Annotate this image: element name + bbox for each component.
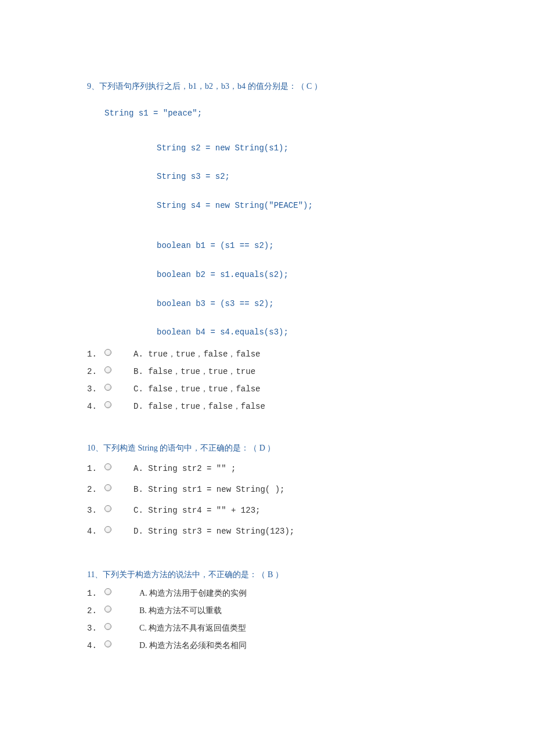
option-row: 4. D. String str3 = new String(123); xyxy=(87,522,464,541)
code-line: boolean b3 = (s3 == s2); xyxy=(157,298,464,310)
radio-icon[interactable] xyxy=(104,505,111,512)
radio-cell xyxy=(104,352,134,356)
radio-icon[interactable] xyxy=(104,588,111,595)
radio-icon[interactable] xyxy=(104,484,111,491)
option-row: 2. B. 构造方法不可以重载 xyxy=(87,603,464,618)
question-10: 10、下列构造 String 的语句中，不正确的是：（ D ） 1. A. St… xyxy=(87,443,464,541)
radio-cell xyxy=(104,509,134,512)
radio-icon[interactable] xyxy=(104,366,111,373)
option-number: 3. xyxy=(87,624,104,633)
radio-icon[interactable] xyxy=(104,606,111,613)
option-text: C. String str4 = "" + 123; xyxy=(134,506,260,515)
option-row: 1. A. String str2 = "" ; xyxy=(87,459,464,478)
radio-cell xyxy=(104,467,134,470)
radio-cell xyxy=(104,370,134,373)
option-number: 1. xyxy=(87,589,104,598)
option-row: 3. C. String str4 = "" + 123; xyxy=(87,501,464,520)
option-row: 4. D. 构造方法名必须和类名相同 xyxy=(87,638,464,653)
option-row: 2. B. false，true，true，true xyxy=(87,364,464,379)
radio-icon[interactable] xyxy=(104,623,111,630)
question-9-title: 9、下列语句序列执行之后，b1，b2，b3，b4 的值分别是：（ C ） xyxy=(87,81,464,92)
option-row: 1. A. 构造方法用于创建类的实例 xyxy=(87,586,464,601)
option-number: 4. xyxy=(87,641,104,650)
radio-cell xyxy=(104,609,139,613)
document-page: 9、下列语句序列执行之后，b1，b2，b3，b4 的值分别是：（ C ） Str… xyxy=(0,0,534,752)
radio-icon[interactable] xyxy=(104,640,111,647)
radio-cell xyxy=(104,405,134,408)
code-line: String s2 = new String(s1); xyxy=(157,143,464,154)
option-text: B. String str1 = new String( ); xyxy=(134,485,284,494)
question-10-title: 10、下列构造 String 的语句中，不正确的是：（ D ） xyxy=(87,443,464,453)
option-number: 2. xyxy=(87,367,104,376)
option-number: 1. xyxy=(87,350,104,359)
option-text: B. 构造方法不可以重载 xyxy=(139,606,222,616)
option-row: 2. B. String str1 = new String( ); xyxy=(87,480,464,499)
question-11-title: 11、下列关于构造方法的说法中，不正确的是：（ B ） xyxy=(87,570,464,580)
option-number: 1. xyxy=(87,464,104,473)
option-number: 3. xyxy=(87,506,104,515)
radio-cell xyxy=(104,644,139,647)
code-line: boolean b2 = s1.equals(s2); xyxy=(157,269,464,281)
code-line: String s1 = "peace"; xyxy=(104,108,464,120)
option-row: 3. C. false，true，true，false xyxy=(87,381,464,397)
question-9: 9、下列语句序列执行之后，b1，b2，b3，b4 的值分别是：（ C ） Str… xyxy=(87,81,464,414)
option-number: 2. xyxy=(87,606,104,615)
code-line: boolean b4 = s4.equals(s3); xyxy=(157,327,464,339)
radio-cell xyxy=(104,530,134,533)
option-number: 4. xyxy=(87,527,104,536)
question-11-options: 1. A. 构造方法用于创建类的实例 2. B. 构造方法不可以重载 3. C.… xyxy=(87,586,464,653)
radio-cell xyxy=(104,488,134,491)
code-line: String s3 = s2; xyxy=(157,171,464,183)
question-11: 11、下列关于构造方法的说法中，不正确的是：（ B ） 1. A. 构造方法用于… xyxy=(87,570,464,653)
option-text: C. false，true，true，false xyxy=(134,384,260,394)
option-text: A. 构造方法用于创建类的实例 xyxy=(139,588,247,599)
radio-cell xyxy=(104,387,134,391)
radio-cell xyxy=(104,592,139,595)
radio-cell xyxy=(104,627,139,630)
option-row: 1. A. true，true，false，false xyxy=(87,347,464,362)
radio-icon[interactable] xyxy=(104,463,111,470)
code-line: boolean b1 = (s1 == s2); xyxy=(157,240,464,252)
option-text: D. String str3 = new String(123); xyxy=(134,527,294,536)
option-text: A. true，true，false，false xyxy=(134,349,260,359)
code-line: String s4 = new String("PEACE"); xyxy=(157,200,464,212)
question-10-options: 1. A. String str2 = "" ; 2. B. String st… xyxy=(87,459,464,541)
option-text: A. String str2 = "" ; xyxy=(134,464,236,473)
option-number: 4. xyxy=(87,402,104,411)
radio-icon[interactable] xyxy=(104,384,111,391)
option-text: D. false，true，false，false xyxy=(134,401,265,412)
radio-icon[interactable] xyxy=(104,401,111,408)
option-text: B. false，true，true，true xyxy=(134,366,255,377)
radio-icon[interactable] xyxy=(104,526,111,533)
option-row: 3. C. 构造方法不具有返回值类型 xyxy=(87,621,464,636)
option-number: 3. xyxy=(87,384,104,394)
option-text: C. 构造方法不具有返回值类型 xyxy=(139,623,246,633)
radio-icon[interactable] xyxy=(104,349,111,356)
question-9-options: 1. A. true，true，false，false 2. B. false，… xyxy=(87,347,464,414)
option-text: D. 构造方法名必须和类名相同 xyxy=(139,640,247,651)
question-9-code: String s1 = "peace"; String s2 = new Str… xyxy=(87,108,464,339)
option-row: 4. D. false，true，false，false xyxy=(87,399,464,414)
option-number: 2. xyxy=(87,485,104,494)
